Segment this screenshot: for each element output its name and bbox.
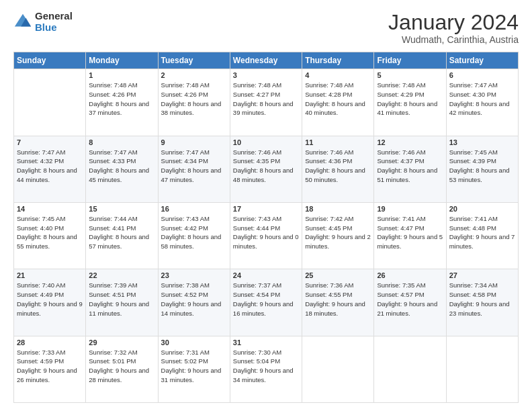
day-number: 22 <box>89 271 154 279</box>
daylight-label: Daylight: 8 hours and 50 minutes. <box>305 167 365 183</box>
calendar-day-cell: 3 Sunrise: 7:48 AM Sunset: 4:27 PM Dayli… <box>230 69 302 136</box>
day-number: 21 <box>17 271 83 279</box>
sunrise-label: Sunrise: 7:46 AM <box>305 148 353 156</box>
day-number: 16 <box>161 205 227 213</box>
day-number: 2 <box>161 71 227 79</box>
daylight-label: Daylight: 8 hours and 53 minutes. <box>449 167 510 183</box>
calendar-day-cell: 15 Sunrise: 7:44 AM Sunset: 4:41 PM Dayl… <box>86 202 158 269</box>
daylight-label: Daylight: 8 hours and 37 minutes. <box>89 100 149 117</box>
calendar-day-cell: 4 Sunrise: 7:48 AM Sunset: 4:28 PM Dayli… <box>302 69 374 136</box>
daylight-label: Daylight: 9 hours and 31 minutes. <box>161 367 222 383</box>
daylight-label: Daylight: 8 hours and 42 minutes. <box>449 100 510 117</box>
day-info: Sunrise: 7:41 AM Sunset: 4:48 PM Dayligh… <box>449 214 515 251</box>
day-number: 8 <box>89 138 154 146</box>
sunset-label: Sunset: 4:58 PM <box>449 291 496 298</box>
sunrise-label: Sunrise: 7:36 AM <box>305 281 353 289</box>
sunset-label: Sunset: 4:28 PM <box>305 91 352 98</box>
day-info: Sunrise: 7:38 AM Sunset: 4:52 PM Dayligh… <box>161 281 227 318</box>
sunrise-label: Sunrise: 7:47 AM <box>161 148 210 156</box>
sunset-label: Sunset: 4:39 PM <box>449 157 496 165</box>
daylight-label: Daylight: 9 hours and 34 minutes. <box>233 367 294 383</box>
calendar-day-cell: 11 Sunrise: 7:46 AM Sunset: 4:36 PM Dayl… <box>302 136 374 202</box>
weekday-header: Thursday <box>302 52 374 69</box>
sunset-label: Sunset: 4:29 PM <box>377 91 424 98</box>
sunset-label: Sunset: 4:37 PM <box>377 157 424 165</box>
day-number: 10 <box>233 138 299 146</box>
day-number: 27 <box>449 271 515 279</box>
calendar-header-row: SundayMondayTuesdayWednesdayThursdayFrid… <box>14 52 519 69</box>
day-number: 1 <box>89 71 154 79</box>
sunrise-label: Sunrise: 7:32 AM <box>89 349 137 356</box>
sunset-label: Sunset: 4:48 PM <box>449 224 496 232</box>
sunrise-label: Sunrise: 7:41 AM <box>449 215 498 222</box>
daylight-label: Daylight: 8 hours and 39 minutes. <box>233 100 294 117</box>
day-info: Sunrise: 7:34 AM Sunset: 4:58 PM Dayligh… <box>449 281 515 318</box>
sunrise-label: Sunrise: 7:38 AM <box>161 281 210 289</box>
day-info: Sunrise: 7:48 AM Sunset: 4:26 PM Dayligh… <box>161 81 227 118</box>
calendar-day-cell: 14 Sunrise: 7:45 AM Sunset: 4:40 PM Dayl… <box>14 202 86 269</box>
daylight-label: Daylight: 8 hours and 41 minutes. <box>377 100 437 117</box>
sunset-label: Sunset: 4:26 PM <box>161 91 208 98</box>
sunrise-label: Sunrise: 7:48 AM <box>305 81 353 89</box>
sunrise-label: Sunrise: 7:33 AM <box>17 349 65 356</box>
calendar-day-cell: 25 Sunrise: 7:36 AM Sunset: 4:55 PM Dayl… <box>302 269 374 336</box>
sunset-label: Sunset: 4:41 PM <box>89 224 136 232</box>
calendar-day-cell: 9 Sunrise: 7:47 AM Sunset: 4:34 PM Dayli… <box>158 136 230 202</box>
daylight-label: Daylight: 8 hours and 48 minutes. <box>233 167 294 183</box>
sunrise-label: Sunrise: 7:45 AM <box>449 148 498 156</box>
day-number: 6 <box>449 71 515 79</box>
calendar-day-cell: 28 Sunrise: 7:33 AM Sunset: 4:59 PM Dayl… <box>14 336 86 402</box>
calendar-day-cell <box>446 336 518 402</box>
sunset-label: Sunset: 4:40 PM <box>17 224 64 232</box>
daylight-label: Daylight: 9 hours and 9 minutes. <box>17 300 83 317</box>
day-number: 18 <box>305 205 371 213</box>
day-info: Sunrise: 7:37 AM Sunset: 4:54 PM Dayligh… <box>233 281 299 318</box>
calendar-day-cell: 6 Sunrise: 7:47 AM Sunset: 4:30 PM Dayli… <box>446 69 518 136</box>
calendar-week-row: 7 Sunrise: 7:47 AM Sunset: 4:32 PM Dayli… <box>14 136 519 202</box>
sunset-label: Sunset: 4:49 PM <box>17 291 64 298</box>
weekday-header: Sunday <box>14 52 86 69</box>
daylight-label: Daylight: 8 hours and 44 minutes. <box>17 167 77 183</box>
daylight-label: Daylight: 8 hours and 38 minutes. <box>161 100 222 117</box>
weekday-header: Friday <box>374 52 446 69</box>
sunset-label: Sunset: 4:44 PM <box>233 224 280 232</box>
daylight-label: Daylight: 9 hours and 11 minutes. <box>89 300 149 317</box>
day-number: 23 <box>161 271 227 279</box>
day-number: 5 <box>377 71 443 79</box>
sunset-label: Sunset: 4:26 PM <box>89 91 136 98</box>
day-info: Sunrise: 7:33 AM Sunset: 4:59 PM Dayligh… <box>17 348 83 385</box>
sunset-label: Sunset: 4:47 PM <box>377 224 424 232</box>
day-info: Sunrise: 7:48 AM Sunset: 4:27 PM Dayligh… <box>233 81 299 118</box>
day-info: Sunrise: 7:45 AM Sunset: 4:40 PM Dayligh… <box>17 214 83 251</box>
daylight-label: Daylight: 9 hours and 0 minutes. <box>233 233 299 250</box>
day-number: 20 <box>449 205 515 213</box>
sunset-label: Sunset: 4:30 PM <box>449 91 496 98</box>
page: General Blue January 2024 Wudmath, Carin… <box>0 0 532 411</box>
calendar-day-cell: 17 Sunrise: 7:43 AM Sunset: 4:44 PM Dayl… <box>230 202 302 269</box>
day-number: 26 <box>377 271 443 279</box>
sunset-label: Sunset: 4:54 PM <box>233 291 280 298</box>
day-number: 24 <box>233 271 299 279</box>
sunset-label: Sunset: 4:36 PM <box>305 157 352 165</box>
calendar-day-cell: 8 Sunrise: 7:47 AM Sunset: 4:33 PM Dayli… <box>86 136 158 202</box>
weekday-header: Saturday <box>446 52 518 69</box>
sunrise-label: Sunrise: 7:35 AM <box>377 281 425 289</box>
day-info: Sunrise: 7:30 AM Sunset: 5:04 PM Dayligh… <box>233 348 299 385</box>
daylight-label: Daylight: 8 hours and 40 minutes. <box>305 100 365 117</box>
title-area: January 2024 Wudmath, Carinthia, Austria <box>388 11 519 45</box>
weekday-header: Tuesday <box>158 52 230 69</box>
calendar-day-cell: 21 Sunrise: 7:40 AM Sunset: 4:49 PM Dayl… <box>14 269 86 336</box>
calendar-day-cell: 1 Sunrise: 7:48 AM Sunset: 4:26 PM Dayli… <box>86 69 158 136</box>
day-number: 13 <box>449 138 515 146</box>
day-number: 19 <box>377 205 443 213</box>
day-number: 7 <box>17 138 83 146</box>
calendar-day-cell: 29 Sunrise: 7:32 AM Sunset: 5:01 PM Dayl… <box>86 336 158 402</box>
calendar-day-cell <box>14 69 86 136</box>
daylight-label: Daylight: 9 hours and 26 minutes. <box>17 367 77 383</box>
calendar-week-row: 14 Sunrise: 7:45 AM Sunset: 4:40 PM Dayl… <box>14 202 519 269</box>
calendar-day-cell: 12 Sunrise: 7:46 AM Sunset: 4:37 PM Dayl… <box>374 136 446 202</box>
day-info: Sunrise: 7:47 AM Sunset: 4:34 PM Dayligh… <box>161 148 227 185</box>
sunrise-label: Sunrise: 7:43 AM <box>233 215 281 222</box>
day-number: 9 <box>161 138 227 146</box>
daylight-label: Daylight: 9 hours and 28 minutes. <box>89 367 149 383</box>
